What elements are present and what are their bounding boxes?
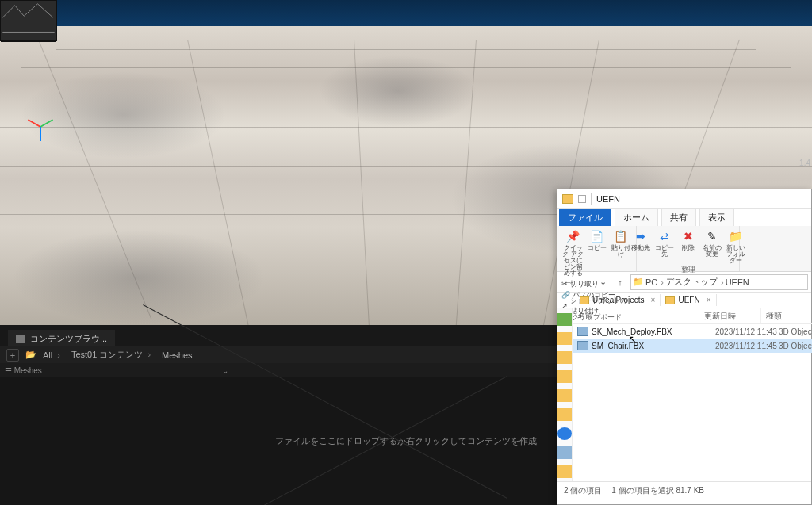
pin-button[interactable]: 📌 クイック アクセスにピン留めする [562,228,584,277]
addr-seg-desktop[interactable]: デスクトップ [665,276,724,288]
breadcrumb-meshes[interactable]: Meshes [162,350,202,360]
folder-icon[interactable] [557,389,572,402]
folder-icon[interactable] [557,351,572,364]
col-name[interactable]: 名前 [573,308,699,323]
folder-icon: 📁 [633,277,644,287]
curve-panel [0,0,57,41]
breadcrumb-all[interactable]: All [43,350,65,360]
address-bar[interactable]: 📁 PC デスクトップ UEFN [630,274,808,290]
delete-button[interactable]: ✖ 削除 [677,228,699,264]
nav-back-button[interactable]: ← [561,275,575,289]
folder-icon [16,335,25,343]
move-icon: ➡ [633,228,649,244]
onedrive-icon[interactable] [557,427,572,440]
folder-icon [665,296,675,304]
ribbon-tabs: ファイル ホーム 共有 表示 [557,209,811,226]
pin-icon: 📌 [565,228,581,244]
folder-open-icon[interactable]: 📂 [25,350,36,360]
subbar-label: ☰ Meshes [5,366,42,375]
add-button[interactable]: + [6,349,19,362]
quick-access-icon[interactable] [557,313,572,326]
tab-home[interactable]: ホーム [615,209,658,226]
viewport-stats: 1,4 [798,159,810,167]
folder-tab[interactable]: UnrealProjects × [575,294,661,306]
addr-seg-uefn[interactable]: UEFN [726,277,753,287]
content-browser-tab-label: コンテンツブラウ... [30,333,107,345]
mouse-cursor: ↖ [628,333,638,346]
newfolder-icon: 📁 [728,228,744,244]
folder-icon[interactable] [557,465,572,478]
rename-button[interactable]: ✎ 名前の変更 [701,228,723,264]
nav-pane[interactable] [557,308,573,481]
status-selected: 1 個の項目を選択 81.7 KB [611,485,704,496]
nav-recent-button[interactable]: ⌄ [596,275,610,289]
status-count: 2 個の項目 [564,485,602,496]
folder-icon [580,296,589,304]
explorer-body: 名前 更新日時 種類 SK_Mech_Deploy.FBX 2023/11/12… [557,308,811,481]
axis-gizmo [24,111,56,143]
breadcrumb-project[interactable]: Test01 コンテンツ [71,349,155,361]
file-icon [577,341,588,350]
status-bar: 2 個の項目 1 個の項目を選択 81.7 KB [557,481,811,499]
move-button[interactable]: ➡ 移動先 [630,228,652,264]
ribbon: 📌 クイック アクセスにピン留めする 📄 コピー 📋 貼り付け ✂切り取り 🔗パ… [557,226,811,272]
file-row[interactable]: SK_Mech_Deploy.FBX 2023/11/12 11:43 3D O… [573,324,812,339]
tab-view[interactable]: 表示 [699,209,734,226]
folder-icon [562,194,573,204]
paste-icon: 📋 [613,228,629,244]
delete-icon: ✖ [680,228,696,244]
tab-file[interactable]: ファイル [559,209,611,226]
folder-icon[interactable] [557,332,572,345]
explorer-titlebar[interactable]: UEFN [557,189,811,209]
rename-icon: ✎ [704,228,720,244]
nav-fwd-button[interactable]: → [578,275,592,289]
folder-icon[interactable] [557,370,572,383]
addr-seg-pc[interactable]: PC [645,277,664,287]
col-date[interactable]: 更新日時 [699,308,761,323]
copy-button[interactable]: 📄 コピー [586,228,608,277]
nav-up-button[interactable]: ↑ [613,275,627,289]
file-icon [577,327,588,336]
folder-tab[interactable]: UEFN × [661,294,716,306]
copy-icon: 📄 [589,228,605,244]
pc-icon[interactable] [557,446,572,459]
close-icon[interactable]: × [651,296,656,304]
explorer-window[interactable]: UEFN ファイル ホーム 共有 表示 📌 クイック アクセスにピン留めする 📄… [557,189,812,505]
close-icon[interactable]: × [707,296,711,304]
window-icon [578,195,586,203]
copyto-icon: ⇄ [657,228,672,244]
tab-share[interactable]: 共有 [661,209,696,226]
folder-icon[interactable] [557,408,572,421]
chevron-down-icon[interactable]: ⌄ [222,366,228,375]
file-list[interactable]: 名前 更新日時 種類 SK_Mech_Deploy.FBX 2023/11/12… [573,308,812,481]
file-row[interactable]: SM_Chair.FBX 2023/11/12 11:45 3D Object [573,339,812,353]
path-icon: 🔗 [561,291,570,299]
newfolder-button[interactable]: 📁 新しいフォルダー [725,228,747,264]
copyto-button[interactable]: ⇄ コピー先 [653,228,676,264]
col-type[interactable]: 種類 [761,308,799,323]
window-title: UEFN [596,194,620,204]
column-headers[interactable]: 名前 更新日時 種類 [573,308,812,324]
